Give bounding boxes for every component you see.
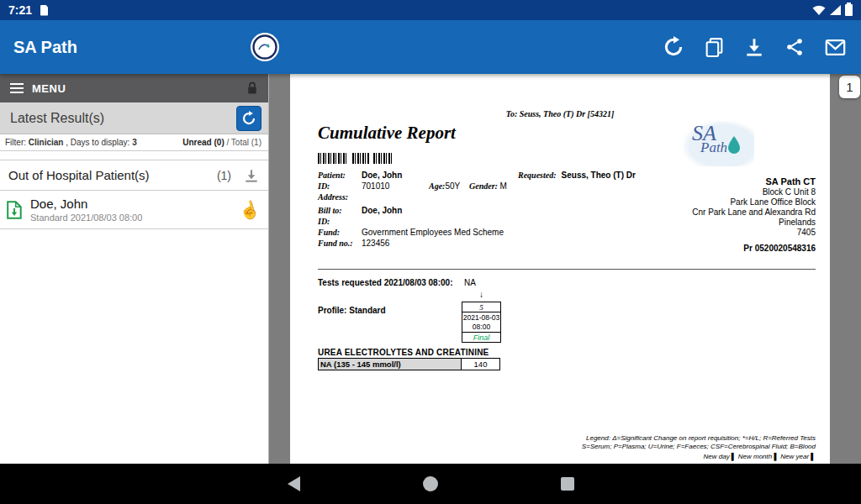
page-number-badge: 1 [839, 76, 860, 98]
fund-label: Fund: [318, 228, 340, 237]
lab-address-line: Block C Unit 8 [692, 187, 816, 197]
lab-address-line: Park Lane Office Block [692, 197, 816, 207]
requested-label: Requested: [518, 171, 557, 180]
legend-line: Legend: Δ=Significant Change on report r… [586, 434, 816, 442]
home-button[interactable] [423, 476, 438, 491]
pages-button[interactable] [701, 34, 726, 60]
lab-address-line: Pinelands [692, 218, 816, 228]
report-addressee: To: Seuss, Theo (T) Dr [54321] [290, 109, 830, 118]
tests-requested-label: Tests requested 2021/08/03 08:00: [318, 278, 452, 287]
water-drop-icon [727, 136, 741, 155]
patient-detail: Standard 2021/08/03 08:00 [30, 213, 142, 223]
result-file-icon [7, 201, 22, 219]
unread-total-counter: Unread (0) / Total (1) [182, 138, 261, 147]
result-row: NA (135 - 145 mmol/l) 140 [318, 358, 500, 370]
id-value: 701010 [362, 181, 389, 191]
signal-icon [830, 5, 841, 15]
column-status: Final [462, 332, 501, 343]
down-arrow: ↓ [462, 290, 501, 299]
report-viewer[interactable]: To: Seuss, Theo (T) Dr [54321] Cumulativ… [269, 74, 861, 464]
status-bar: 7:21 [0, 0, 861, 20]
column-datetime: 2021-08-03 08:00 [462, 312, 501, 333]
fund-value: Government Employees Med Scheme [362, 228, 504, 237]
group-download-icon[interactable] [243, 167, 260, 184]
recents-button[interactable] [561, 477, 574, 491]
age-field: Age:50Y [429, 181, 460, 191]
fund-no-value: 123456 [362, 239, 389, 248]
report-page: To: Seuss, Theo (T) Dr [54321] Cumulativ… [290, 74, 830, 464]
lab-address-line: 7405 [692, 228, 816, 238]
bill-id-label: ID: [318, 217, 330, 226]
menu-button[interactable]: MENU [0, 74, 268, 102]
back-button[interactable] [288, 476, 300, 491]
latest-results-label: Latest Result(s) [10, 111, 104, 126]
filter-days-value: 3 [132, 138, 137, 147]
refresh-icon [663, 36, 684, 58]
main-body: MENU Latest Result(s) Filter: Clinici [0, 74, 861, 464]
sidebar: MENU Latest Result(s) Filter: Clinici [0, 74, 269, 464]
download-button[interactable] [742, 34, 767, 60]
requested-value: Seuss, Theo (T) Dr [562, 171, 636, 180]
sa-path-logo-large: SA Path [684, 121, 754, 166]
patient-name: Doe, John [30, 197, 142, 211]
patient-label: Patient: [318, 171, 346, 180]
sidebar-refresh-button[interactable] [236, 106, 261, 131]
practice-number: Pr 0520020548316 [692, 244, 816, 254]
lab-address-block: SA Path CT Block C Unit 8 Park Lane Offi… [692, 176, 816, 254]
hamburger-icon [10, 83, 24, 93]
app-bar: SA Path [0, 20, 861, 74]
patient-text: Doe, John Standard 2021/08/03 08:00 [30, 197, 142, 223]
filter-prefix: Filter: [5, 138, 29, 147]
result-column-header: 5 2021-08-03 08:00 Final [462, 302, 501, 343]
wifi-icon [812, 5, 826, 15]
navigation-bar [0, 464, 861, 504]
share-button[interactable] [782, 34, 807, 60]
report-title: Cumulative Report [318, 123, 456, 144]
result-test-value: 140 [461, 358, 500, 370]
app-title: SA Path [13, 38, 77, 57]
email-button[interactable] [822, 34, 848, 60]
age-label: Age: [429, 181, 445, 191]
lab-address-line: Cnr Park Lane and Alexandra Rd [692, 207, 816, 218]
envelope-icon [824, 36, 847, 59]
bill-to-label: Bill to: [318, 206, 342, 215]
bill-to-field: Bill to: Doe, John [318, 206, 604, 216]
fund-no-field: Fund no.: 123456 [318, 239, 604, 249]
divider [318, 269, 816, 270]
share-icon [784, 37, 805, 57]
lock-icon[interactable] [246, 81, 258, 95]
battery-icon [845, 4, 853, 16]
gender-value: M [499, 181, 506, 191]
filter-summary[interactable]: Filter: Clinician , Days to display: 3 [5, 138, 137, 147]
lab-name: SA Path CT [692, 176, 816, 186]
refresh-button[interactable] [661, 34, 686, 60]
address-field: Address: [318, 192, 604, 202]
unread-count: Unread (0) [182, 138, 224, 147]
status-time: 7:21 [8, 3, 32, 17]
screen: 7:21 SA Path [0, 0, 861, 504]
address-label: Address: [318, 192, 348, 202]
patient-group-header[interactable]: Out of Hospital Patient(s) (1) [0, 160, 268, 191]
bill-to-value: Doe, John [362, 206, 402, 215]
id-age-gender-field: ID: 701010 Age:50Y Gender: M [318, 181, 604, 192]
menu-label: MENU [32, 82, 66, 95]
sa-path-logo-icon [251, 33, 279, 61]
tap-hand-icon: ☝ [236, 197, 261, 223]
bill-id-field: ID: [318, 217, 604, 227]
app-actions [661, 34, 848, 60]
fund-no-label: Fund no.: [318, 239, 353, 248]
legend-keys: New day ▌ New month ▌ New year ▌ [704, 453, 816, 460]
column-date: 2021-08-03 [462, 313, 500, 323]
id-label: ID: [318, 181, 330, 191]
filter-days-label: , Days to display: [63, 138, 132, 147]
patient-name-value: Doe, John [362, 171, 402, 180]
result-test-name: NA (135 - 145 mmol/l) [318, 358, 462, 370]
patient-list-item[interactable]: Doe, John Standard 2021/08/03 08:00 ☝ [0, 191, 268, 229]
filter-clinician: Clinician [29, 138, 64, 147]
latest-results-header: Latest Result(s) [0, 102, 268, 134]
column-time: 08:00 [462, 323, 500, 332]
test-section-header: UREA ELECTROLYTES AND CREATININE [318, 348, 489, 357]
profile-label: Profile: Standard [318, 306, 386, 315]
filter-row: Filter: Clinician , Days to display: 3 U… [0, 134, 268, 151]
refresh-icon [241, 111, 256, 126]
